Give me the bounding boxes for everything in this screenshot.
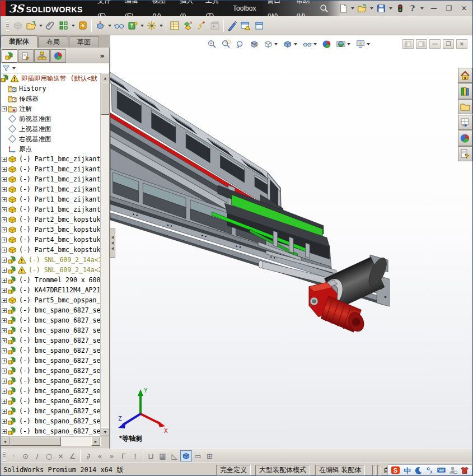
new-document-dropdown-caret[interactable]	[351, 7, 354, 10]
tree-item[interactable]: History	[1, 83, 101, 94]
pane-tab-configurationmanager[interactable]	[34, 49, 50, 63]
tree-item[interactable]: (-) bmc_spano_6827_self	[1, 356, 101, 366]
snap-length-button[interactable]: ⊔	[145, 450, 157, 461]
design-library-button[interactable]	[458, 83, 472, 99]
expand-plus-box[interactable]	[1, 389, 8, 394]
tree-item[interactable]: 传感器	[1, 94, 101, 104]
tree-item[interactable]: (-) bmc_spano_6827_self	[1, 386, 101, 396]
move-component-button[interactable]	[93, 19, 107, 32]
fullwidth-moon-icon[interactable]	[414, 466, 423, 475]
expand-plus-box[interactable]	[1, 237, 8, 242]
view-palette-button[interactable]	[458, 115, 472, 130]
snap-center-button[interactable]: ⊙	[20, 450, 31, 461]
skin-icon[interactable]	[460, 466, 469, 475]
save-dropdown-caret[interactable]	[389, 7, 392, 10]
display-style-dropdown-caret[interactable]	[294, 43, 297, 45]
view-cube-3d-button[interactable]	[180, 450, 192, 461]
apply-scene-dropdown-caret[interactable]	[347, 43, 350, 45]
snap-hv-points-button[interactable]: ⁞	[129, 450, 141, 461]
save-icon[interactable]	[376, 3, 387, 14]
smart-fasteners-button[interactable]	[76, 19, 90, 32]
expand-plus-box[interactable]	[1, 429, 8, 434]
expand-plus-box[interactable]	[1, 318, 8, 323]
filter-funnel-icon[interactable]	[2, 64, 10, 72]
linear-component-pattern-button[interactable]	[57, 19, 71, 32]
view-orientation-dropdown-caret[interactable]	[274, 43, 278, 45]
tree-item[interactable]: (-) bmc_spano_6827_self	[1, 366, 101, 376]
tab-装配体[interactable]: 装配体	[1, 35, 38, 48]
expand-plus-box[interactable]	[1, 278, 8, 283]
expand-plus-box[interactable]	[1, 328, 8, 333]
expand-plus-box[interactable]	[1, 419, 8, 424]
snap-perpendicular-button[interactable]: «	[94, 450, 106, 461]
snap-nearest-button[interactable]: ∠	[67, 450, 78, 461]
tree-item[interactable]: (-) bmc_spano_6827_self	[1, 376, 101, 386]
tree-item[interactable]: (-) bmc_spano_6827_self	[1, 396, 101, 406]
expand-plus-box[interactable]	[1, 258, 8, 263]
toolbar-grip[interactable]	[3, 449, 6, 463]
expand-plus-box[interactable]	[1, 379, 8, 384]
tree-item[interactable]: (-) bmc_spano_6827_self	[1, 426, 101, 436]
toolbar-grip[interactable]	[6, 19, 9, 32]
zoom-to-area-button[interactable]	[219, 38, 233, 50]
help-dropdown-caret[interactable]	[420, 7, 424, 10]
open-document-icon[interactable]	[357, 3, 368, 14]
previous-view-button[interactable]	[233, 38, 247, 50]
chinese-mode-icon[interactable]: 中	[402, 465, 412, 475]
performance-lights-icon[interactable]	[395, 3, 406, 14]
snap-horizontal-vertical-button[interactable]: Γ	[118, 450, 129, 461]
view-settings-button[interactable]	[354, 38, 373, 50]
move-component-dropdown-caret[interactable]	[108, 25, 111, 27]
search-icon[interactable]	[319, 3, 330, 14]
explode-line-sketch-button[interactable]	[195, 19, 208, 32]
expand-plus-box[interactable]	[1, 368, 8, 374]
edit-appearance-button[interactable]	[320, 38, 334, 50]
tree-item[interactable]: (-) Part5_bmc_opspan_ei	[1, 295, 101, 305]
restore-button[interactable]: ❐	[443, 3, 455, 13]
expand-plus-box[interactable]	[1, 187, 8, 192]
custom-properties-button[interactable]	[458, 146, 472, 161]
tree-item[interactable]: (-) SNL_609_2_14a<2>	[1, 265, 101, 275]
doc-minimize-button[interactable]: —	[429, 39, 441, 49]
expand-plus-box[interactable]	[1, 197, 8, 202]
vertical-scroll-thumb[interactable]	[101, 82, 109, 115]
expand-plus-box[interactable]	[1, 268, 8, 273]
scroll-down-arrow[interactable]: ▼	[101, 427, 109, 436]
assembly-features-button[interactable]	[126, 19, 139, 32]
expand-plus-box[interactable]	[1, 308, 8, 313]
grid-snap-button[interactable]: ▦	[157, 450, 168, 461]
tree-item[interactable]: (-) Part1_bmc_zijkant_d	[1, 154, 101, 164]
tree-item[interactable]: 原点	[1, 144, 101, 154]
file-explorer-button[interactable]	[458, 99, 472, 114]
help-icon[interactable]: ?	[407, 3, 418, 14]
sogou-logo-icon[interactable]: S	[391, 465, 400, 475]
expand-plus-box[interactable]	[1, 207, 8, 212]
expand-plus-box[interactable]	[1, 288, 8, 293]
exploded-view-button[interactable]	[181, 19, 195, 32]
reference-geometry-dropdown-caret[interactable]	[160, 25, 163, 27]
section-view-button[interactable]	[247, 38, 261, 50]
graphics-viewport[interactable]: —❐✕ Y X Z *等轴测	[110, 35, 473, 449]
account-icon[interactable]	[448, 465, 458, 475]
hide-show-items-dropdown-caret[interactable]	[313, 43, 317, 45]
viewport-split-button[interactable]: ⊞	[204, 450, 216, 461]
insert-components-dropdown-caret[interactable]	[39, 25, 43, 27]
performance-evaluation-button[interactable]	[252, 19, 266, 32]
appearance-brush-button[interactable]	[226, 19, 239, 32]
expand-plus-box[interactable]	[1, 409, 8, 414]
expand-plus-box[interactable]	[1, 177, 8, 182]
viewport-single-button[interactable]: ▭	[192, 450, 204, 461]
tree-item[interactable]: (-) bmc_spano_6827_self	[1, 406, 101, 416]
tree-item[interactable]: (-) Trommel 290 x 600 -	[1, 275, 101, 285]
pane-tab-propertymanager[interactable]	[18, 49, 34, 63]
assembly-visualization-button[interactable]	[239, 19, 252, 32]
view-settings-dropdown-caret[interactable]	[367, 43, 370, 45]
snap-tangent-button[interactable]: ∂	[82, 450, 94, 461]
tree-root-item[interactable]: 即插即用输送带 (默认<默	[1, 73, 101, 83]
tree-item[interactable]: (-) Part3_bmc_kopstuk_a	[1, 225, 101, 235]
filter-dropdown-caret[interactable]	[12, 67, 16, 69]
reference-geometry-button[interactable]	[145, 19, 158, 32]
snap-angle-button[interactable]: ◺	[168, 450, 180, 461]
assembly-features-dropdown-caret[interactable]	[141, 25, 144, 27]
insert-components-button[interactable]	[25, 19, 38, 32]
